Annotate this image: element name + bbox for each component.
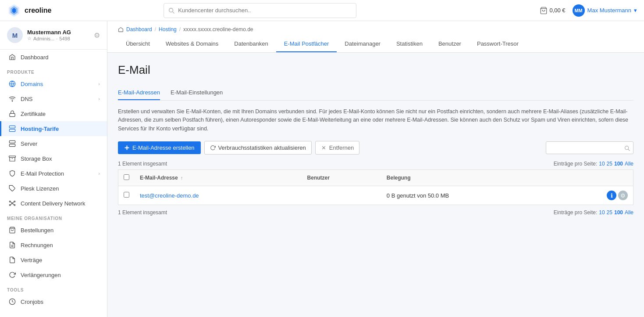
count-row-bottom: 1 Element insgesamt Einträge pro Seite: …: [118, 209, 633, 216]
chevron-icon: ›: [98, 171, 100, 176]
account-meta: ☆ Adminis... · 5498: [27, 36, 89, 41]
avatar: M: [7, 27, 23, 43]
user-area[interactable]: MM Max Mustermann ▾: [573, 4, 637, 17]
page-size-100-bottom[interactable]: 100: [614, 209, 623, 216]
globe-icon: [8, 80, 16, 88]
pagination-label-bottom: Einträge pro Seite:: [554, 209, 597, 216]
page-size-10-bottom[interactable]: 10: [599, 209, 605, 216]
create-email-button[interactable]: E-Mail-Adresse erstellen: [118, 141, 201, 154]
sidebar-item-email-protection[interactable]: E-Mail Protection ›: [0, 166, 107, 181]
server-icon: [8, 140, 16, 148]
sidebar-item-plesk-lizenzen[interactable]: Plesk Lizenzen: [0, 181, 107, 196]
gear-icon[interactable]: ⚙: [94, 31, 100, 40]
svg-rect-15: [9, 144, 15, 146]
account-info: Mustermann AG ☆ Adminis... · 5498: [27, 29, 89, 41]
breadcrumb-dashboard[interactable]: Dashboard: [126, 26, 152, 32]
tool-action-button[interactable]: ⚙: [618, 191, 628, 200]
breadcrumb-domain: xxxxx.sxxxx.creoline-demo.de: [183, 26, 253, 32]
row-actions-cell: ℹ ⚙: [557, 186, 633, 205]
sidebar-section-tools: TOOLS: [0, 282, 107, 294]
sidebar-item-dns[interactable]: DNS ›: [0, 91, 107, 106]
sub-tab-email-adressen[interactable]: E-Mail-Adressen: [118, 86, 160, 100]
breadcrumb: Dashboard / Hosting / xxxxx.sxxxx.creoli…: [118, 21, 633, 32]
table-search-input[interactable]: [546, 141, 633, 154]
sidebar-item-storage-box[interactable]: Storage Box: [0, 151, 107, 166]
svg-rect-14: [9, 140, 15, 143]
sidebar-label-hosting-tarife: Hosting-Tarife: [21, 126, 59, 132]
page-size-25[interactable]: 25: [607, 161, 612, 167]
chevron-icon: ›: [98, 96, 100, 101]
bag-icon: [8, 226, 16, 234]
server-active-icon: [8, 125, 16, 133]
email-link[interactable]: test@creoline-demo.de: [140, 192, 199, 199]
sidebar-label-storage-box: Storage Box: [21, 155, 52, 162]
row-benutzer-cell: [302, 186, 381, 205]
remove-label: Entfernen: [329, 144, 354, 151]
toolbar: E-Mail-Adresse erstellen Verbrauchsstati…: [118, 141, 633, 155]
page-size-alle-bottom[interactable]: Alle: [625, 209, 633, 216]
tab-email-postfaecher[interactable]: E-Mail Postfächer: [276, 36, 337, 52]
select-all-checkbox[interactable]: [124, 174, 129, 180]
sidebar-item-rechnungen[interactable]: Rechnungen: [0, 238, 107, 252]
tab-benutzer[interactable]: Benutzer: [431, 36, 469, 52]
tab-uebersicht[interactable]: Übersicht: [118, 36, 158, 52]
svg-point-22: [9, 201, 11, 202]
page-size-10[interactable]: 10: [599, 161, 605, 167]
shield-icon: [8, 169, 16, 177]
page-size-25-bottom[interactable]: 25: [607, 209, 612, 216]
search-input[interactable]: [178, 7, 352, 14]
sort-arrow-icon[interactable]: ↑: [181, 175, 183, 180]
create-email-label: E-Mail-Adresse erstellen: [132, 144, 195, 151]
update-stats-button[interactable]: Verbrauchsstatistiken aktualisieren: [204, 141, 312, 155]
tab-datenbanken[interactable]: Datenbanken: [226, 36, 276, 52]
breadcrumb-hosting[interactable]: Hosting: [159, 26, 177, 32]
sidebar-item-vertraege[interactable]: Verträge: [0, 252, 107, 267]
tab-statistiken[interactable]: Statistiken: [388, 36, 431, 52]
sidebar-item-hosting-tarife[interactable]: Hosting-Tarife: [0, 121, 107, 136]
row-checkbox[interactable]: [124, 192, 129, 198]
remove-button[interactable]: Entfernen: [315, 141, 359, 155]
svg-rect-10: [9, 126, 15, 128]
logo-icon: [7, 4, 21, 18]
sidebar-label-cronjobs: Cronjobs: [21, 299, 43, 305]
sidebar-item-cronjobs[interactable]: Cronjobs: [0, 294, 107, 309]
sidebar-item-domains[interactable]: Domains ›: [0, 76, 107, 91]
svg-line-26: [11, 202, 12, 203]
file-icon: [8, 256, 16, 264]
sidebar-account: M Mustermann AG ☆ Adminis... · 5498 ⚙: [0, 21, 107, 50]
page-size-alle[interactable]: Alle: [625, 161, 633, 167]
archive-icon: [8, 155, 16, 162]
page-size-100[interactable]: 100: [614, 161, 623, 167]
pagination-top: Einträge pro Seite: 10 25 100 Alle: [554, 161, 633, 167]
email-table: E-Mail-Adresse ↑ Benutzer Belegung: [118, 169, 633, 205]
sidebar-item-cdn[interactable]: Content Delivery Network: [0, 196, 107, 211]
sidebar-item-dashboard[interactable]: Dashboard: [0, 50, 107, 65]
chevron-down-icon: ▾: [634, 7, 637, 14]
sidebar-section-produkte: PRODUKTE: [0, 65, 107, 76]
cart-area[interactable]: 0,00 €: [540, 7, 565, 14]
topbar: creoline 0,00 € MM Max Mustermann ▾: [0, 0, 644, 21]
sidebar-item-verlaengerungen[interactable]: Verlängerungen: [0, 267, 107, 282]
account-name: Mustermann AG: [27, 29, 89, 36]
sidebar-item-bestellungen[interactable]: Bestellungen: [0, 223, 107, 238]
svg-line-4: [173, 11, 174, 13]
sub-tab-email-einstellungen[interactable]: E-Mail-Einstellungen: [171, 86, 223, 100]
svg-rect-9: [10, 113, 15, 116]
info-action-button[interactable]: ℹ: [607, 191, 616, 200]
svg-line-27: [13, 202, 14, 203]
sub-tabs: E-Mail-Adressen E-Mail-Einstellungen: [118, 86, 633, 101]
svg-line-39: [628, 149, 630, 151]
svg-point-24: [9, 205, 11, 206]
sidebar-item-zertifikate[interactable]: Zertifikate: [0, 106, 107, 121]
svg-point-23: [14, 201, 15, 202]
pagination-bottom: Einträge pro Seite: 10 25 100 Alle: [554, 209, 633, 216]
tab-passwort-tresor[interactable]: Passwort-Tresor: [469, 36, 527, 52]
cart-amount: 0,00 €: [549, 7, 565, 14]
logo[interactable]: creoline: [7, 4, 68, 18]
table-body: test@creoline-demo.de 0 B genutzt von 50…: [118, 186, 633, 205]
clock-icon: [8, 298, 16, 306]
sidebar-item-server[interactable]: Server: [0, 136, 107, 151]
table-header: E-Mail-Adresse ↑ Benutzer Belegung: [118, 170, 633, 186]
tab-websites-domains[interactable]: Websites & Domains: [158, 36, 226, 52]
tab-dateimanager[interactable]: Dateimanager: [337, 36, 388, 52]
